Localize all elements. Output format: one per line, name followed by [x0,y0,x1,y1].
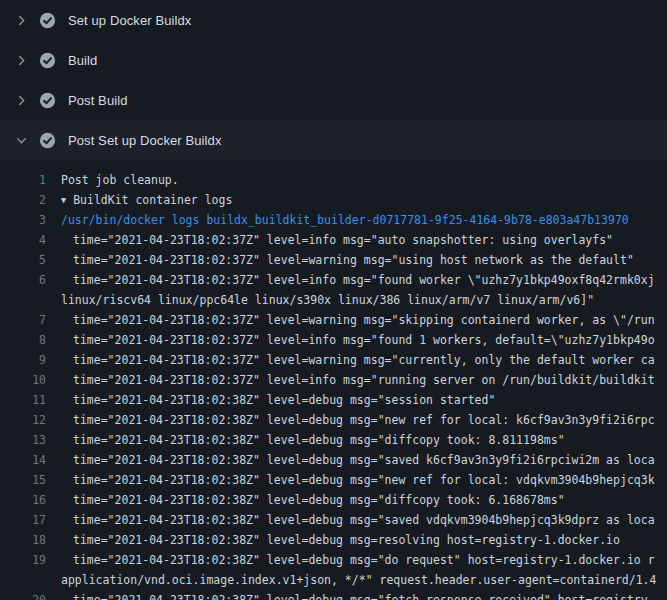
chevron-right-icon [14,13,28,27]
line-number[interactable]: 20 [0,590,46,600]
line-number[interactable]: 15 [0,470,46,490]
step-list: Set up Docker BuildxBuildPost BuildPost … [0,0,667,160]
log-line-continuation: application/vnd.oci.image.index.v1+json,… [0,570,667,590]
log-line: 7time="2021-04-23T18:02:37Z" level=warni… [0,310,667,330]
log-text: time="2021-04-23T18:02:38Z" level=debug … [61,450,667,470]
success-check-icon [39,12,56,29]
log-text: time="2021-04-23T18:02:37Z" level=warnin… [61,310,667,330]
chevron-right-icon [14,93,28,107]
line-number[interactable]: 5 [0,250,46,270]
step-label: Post Set up Docker Buildx [68,133,222,148]
log-group-toggle[interactable]: ▼BuildKit container logs [61,190,667,210]
log-text: time="2021-04-23T18:02:38Z" level=debug … [61,410,667,430]
log-container: 1Post job cleanup.2▼BuildKit container l… [0,160,667,600]
line-number[interactable]: 13 [0,430,46,450]
success-check-icon [39,52,56,69]
log-line: 16time="2021-04-23T18:02:38Z" level=debu… [0,490,667,510]
line-number[interactable]: 12 [0,410,46,430]
line-number[interactable]: 19 [0,550,46,570]
log-line: 4time="2021-04-23T18:02:37Z" level=info … [0,230,667,250]
step-label: Post Build [68,93,128,108]
group-caret-icon: ▼ [61,190,66,210]
log-line: 10time="2021-04-23T18:02:37Z" level=info… [0,370,667,390]
log-text: linux/riscv64 linux/ppc64le linux/s390x … [61,290,667,310]
log-text: Post job cleanup. [61,170,667,190]
log-line: 1Post job cleanup. [0,170,667,190]
log-line: 13time="2021-04-23T18:02:38Z" level=debu… [0,430,667,450]
log-text: time="2021-04-23T18:02:37Z" level=info m… [61,270,667,290]
log-text: time="2021-04-23T18:02:37Z" level=info m… [61,230,667,250]
line-number[interactable]: 1 [0,170,46,190]
log-text: time="2021-04-23T18:02:38Z" level=debug … [61,430,667,450]
step-header-build[interactable]: Build [0,40,667,80]
log-text: time="2021-04-23T18:02:37Z" level=info m… [61,370,667,390]
log-text: time="2021-04-23T18:02:38Z" level=debug … [61,590,667,600]
step-header-set-up-docker-buildx[interactable]: Set up Docker Buildx [0,0,667,40]
line-number[interactable]: 16 [0,490,46,510]
log-line: 19time="2021-04-23T18:02:38Z" level=debu… [0,550,667,570]
line-number[interactable]: 10 [0,370,46,390]
workflow-log-viewer: Set up Docker BuildxBuildPost BuildPost … [0,0,667,600]
line-number[interactable]: 17 [0,510,46,530]
log-text: time="2021-04-23T18:02:38Z" level=debug … [61,530,667,550]
log-line: 20time="2021-04-23T18:02:38Z" level=debu… [0,590,667,600]
step-label: Set up Docker Buildx [68,13,191,28]
chevron-down-icon [14,133,28,147]
log-line-continuation: linux/riscv64 linux/ppc64le linux/s390x … [0,290,667,310]
line-number[interactable]: 14 [0,450,46,470]
log-text: time="2021-04-23T18:02:37Z" level=info m… [61,330,667,350]
chevron-right-icon [14,53,28,67]
log-rows: 1Post job cleanup.2▼BuildKit container l… [0,170,667,600]
line-number[interactable]: 2 [0,190,46,210]
step-header-post-set-up-docker-buildx[interactable]: Post Set up Docker Buildx [0,120,667,160]
log-line: 18time="2021-04-23T18:02:38Z" level=debu… [0,530,667,550]
group-title: BuildKit container logs [73,193,232,207]
log-line: 8time="2021-04-23T18:02:37Z" level=info … [0,330,667,350]
step-header-post-build[interactable]: Post Build [0,80,667,120]
line-number[interactable]: 7 [0,310,46,330]
line-number [0,570,46,590]
step-label: Build [68,53,97,68]
log-text: time="2021-04-23T18:02:38Z" level=debug … [61,490,667,510]
line-number[interactable]: 9 [0,350,46,370]
log-text: time="2021-04-23T18:02:38Z" level=debug … [61,510,667,530]
line-number[interactable]: 6 [0,270,46,290]
log-line: 2▼BuildKit container logs [0,190,667,210]
success-check-icon [39,132,56,149]
log-text: application/vnd.oci.image.index.v1+json,… [61,570,667,590]
log-line: 15time="2021-04-23T18:02:38Z" level=debu… [0,470,667,490]
log-line: 17time="2021-04-23T18:02:38Z" level=debu… [0,510,667,530]
log-line: 5time="2021-04-23T18:02:37Z" level=warni… [0,250,667,270]
line-number[interactable]: 8 [0,330,46,350]
line-number[interactable]: 11 [0,390,46,410]
line-number[interactable]: 18 [0,530,46,550]
log-line: 3/usr/bin/docker logs buildx_buildkit_bu… [0,210,667,230]
line-number [0,290,46,310]
log-text: time="2021-04-23T18:02:37Z" level=warnin… [61,350,667,370]
success-check-icon [39,92,56,109]
log-command-text: /usr/bin/docker logs buildx_buildkit_bui… [61,210,667,230]
log-text: time="2021-04-23T18:02:38Z" level=debug … [61,550,667,570]
log-line: 12time="2021-04-23T18:02:38Z" level=debu… [0,410,667,430]
log-text: time="2021-04-23T18:02:38Z" level=debug … [61,470,667,490]
log-line: 11time="2021-04-23T18:02:38Z" level=debu… [0,390,667,410]
line-number[interactable]: 4 [0,230,46,250]
log-line: 14time="2021-04-23T18:02:38Z" level=debu… [0,450,667,470]
log-line: 9time="2021-04-23T18:02:37Z" level=warni… [0,350,667,370]
log-text: time="2021-04-23T18:02:37Z" level=warnin… [61,250,667,270]
line-number[interactable]: 3 [0,210,46,230]
log-line: 6time="2021-04-23T18:02:37Z" level=info … [0,270,667,290]
log-text: time="2021-04-23T18:02:38Z" level=debug … [61,390,667,410]
